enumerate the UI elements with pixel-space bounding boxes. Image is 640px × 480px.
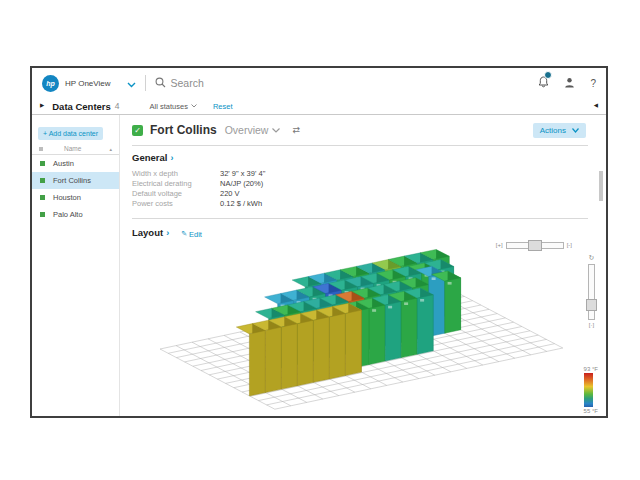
- rack-label-chip: [404, 302, 408, 305]
- sort-asc-icon[interactable]: ▴: [109, 146, 112, 152]
- data-center-title: Fort Collins: [150, 123, 217, 137]
- status-ok-icon: [40, 161, 45, 166]
- item-count: 4: [115, 101, 120, 111]
- legend-min-label: 55 °F: [584, 407, 598, 415]
- brand-title: HP OneView: [65, 79, 111, 88]
- legend-max-label: 93 °F: [584, 365, 598, 373]
- rack-label-chip: [420, 299, 424, 302]
- brand-menu-chevron-down-icon[interactable]: [127, 74, 136, 92]
- reset-filter-link[interactable]: Reset: [213, 102, 233, 111]
- zoom-in-label[interactable]: [+]: [496, 242, 503, 248]
- divider: [132, 145, 588, 146]
- add-data-center-button[interactable]: + Add data center: [38, 127, 103, 140]
- user-icon[interactable]: [564, 74, 575, 92]
- tilt-end-label: [·]: [589, 322, 594, 328]
- general-section-link[interactable]: General: [132, 152, 167, 163]
- rack-label-chip: [448, 282, 452, 285]
- status-filter-dropdown[interactable]: All statuses: [150, 102, 197, 111]
- divider: [145, 75, 146, 91]
- layout-section-link[interactable]: Layout: [132, 227, 163, 238]
- app-window: hp HP OneView Search ? ▶ Data Centers 4 …: [30, 66, 608, 418]
- top-bar: hp HP OneView Search ?: [32, 68, 606, 98]
- search-icon[interactable]: [155, 74, 166, 92]
- property-value: 0.12 $ / kWh: [220, 199, 262, 209]
- scrollbar[interactable]: [599, 171, 603, 201]
- tilt-slider-track[interactable]: [588, 264, 595, 320]
- main-panel: ✓ Fort Collins Overview ⇄ Actions Genera…: [120, 115, 606, 416]
- status-ok-icon: [40, 195, 45, 200]
- related-views-icon[interactable]: ⇄: [292, 125, 300, 135]
- actions-button[interactable]: Actions: [533, 123, 586, 138]
- edit-icon: ✎: [181, 230, 187, 238]
- collapse-caret-left-icon[interactable]: ◀: [594, 103, 598, 109]
- property-value: 220 V: [220, 189, 240, 199]
- tilt-slider[interactable]: ↻ [·]: [588, 254, 595, 328]
- help-icon[interactable]: ?: [590, 78, 596, 89]
- rotate-view-icon: ↻: [589, 254, 595, 262]
- sidebar-item-austin[interactable]: Austin: [32, 155, 119, 172]
- filter-bar: ▶ Data Centers 4 All statuses Reset ◀: [32, 98, 606, 115]
- property-label: Default voltage: [132, 189, 220, 199]
- zoom-slider-handle[interactable]: [528, 240, 542, 251]
- property-label: Width x depth: [132, 169, 220, 179]
- sidebar-item-palo-alto[interactable]: Palo Alto: [32, 206, 119, 223]
- layout-3d-view[interactable]: [+] [-] ↻ [·] 93 °F 55 °F: [132, 241, 602, 419]
- section-arrow-icon: ›: [170, 153, 173, 163]
- status-column-icon: [39, 147, 43, 151]
- rack[interactable]: [236, 323, 265, 395]
- tilt-slider-handle[interactable]: [586, 299, 597, 311]
- view-selector-dropdown[interactable]: Overview: [225, 124, 281, 136]
- layout-scene-svg: [132, 241, 594, 419]
- search-input[interactable]: Search: [171, 77, 204, 89]
- divider: [132, 218, 588, 219]
- sidebar-item-houston[interactable]: Houston: [32, 189, 119, 206]
- edit-layout-link[interactable]: ✎ Edit: [181, 230, 202, 239]
- property-label: Power costs: [132, 199, 220, 209]
- list-header[interactable]: Name ▴: [32, 140, 119, 155]
- status-ok-icon: [40, 178, 45, 183]
- temperature-legend: 93 °F 55 °F: [584, 365, 598, 415]
- property-value: 32' 9" x 39' 4": [220, 169, 265, 179]
- property-label: Electrical derating: [132, 179, 220, 189]
- status-ok-check-icon: ✓: [132, 125, 143, 136]
- sidebar: + Add data center Name ▴ Austin Fort Col…: [32, 115, 120, 416]
- general-properties: Width x depth32' 9" x 39' 4" Electrical …: [132, 169, 606, 209]
- rack-label-chip: [432, 277, 436, 280]
- sidebar-item-fort-collins[interactable]: Fort Collins: [32, 172, 119, 189]
- section-arrow-icon: ›: [166, 228, 169, 238]
- notification-badge: [544, 71, 552, 79]
- temperature-gradient: [584, 373, 593, 407]
- detail-header: ✓ Fort Collins Overview ⇄ Actions: [132, 115, 606, 145]
- page-title: Data Centers: [52, 101, 111, 112]
- rack-label-chip: [372, 309, 376, 312]
- zoom-slider-track[interactable]: [506, 242, 564, 249]
- zoom-out-label[interactable]: [-]: [567, 242, 572, 248]
- property-value: NA/JP (20%): [220, 179, 263, 189]
- zoom-slider[interactable]: [+] [-]: [496, 242, 572, 249]
- notifications-bell-icon[interactable]: [538, 74, 549, 92]
- name-column-header[interactable]: Name: [64, 145, 81, 152]
- rack-label-chip: [388, 305, 392, 308]
- hp-logo-icon: hp: [42, 75, 59, 92]
- expand-caret-right-icon[interactable]: ▶: [40, 103, 44, 109]
- status-ok-icon: [40, 212, 45, 217]
